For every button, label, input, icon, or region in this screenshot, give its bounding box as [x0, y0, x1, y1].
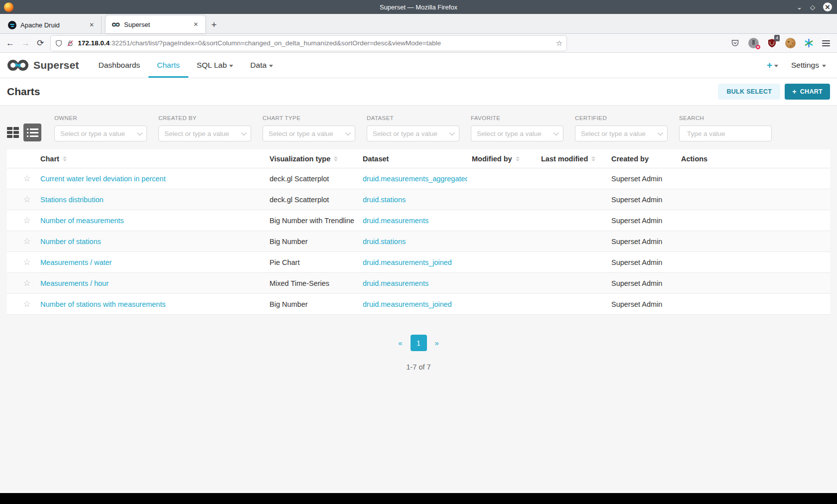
owner-select[interactable]: Select or type a value — [54, 126, 147, 141]
dataset-link[interactable]: druid.stations — [363, 196, 406, 204]
created-by-cell: Superset Admin — [607, 217, 677, 225]
url-text[interactable]: 172.18.0.4:32251/chart/list/?pageIndex=0… — [78, 39, 553, 47]
dataset-select[interactable]: Select or type a value — [367, 126, 459, 141]
chart-link[interactable]: Current water level deviation in percent — [40, 175, 165, 183]
ublock-icon[interactable]: 4 — [767, 38, 777, 48]
close-tab-icon[interactable]: ✕ — [191, 20, 200, 29]
chart-link[interactable]: Number of measurements — [40, 217, 124, 225]
created-by-cell: Superset Admin — [607, 258, 677, 266]
nav-item-charts[interactable]: Charts — [148, 53, 188, 78]
favorite-star-icon[interactable]: ☆ — [23, 195, 30, 204]
table-header-row: Chart Visualization type Dataset Modifie… — [7, 149, 830, 168]
add-chart-label: CHART — [800, 88, 823, 95]
close-window-icon[interactable]: ✕ — [823, 2, 832, 11]
favorite-star-icon[interactable]: ☆ — [23, 216, 30, 225]
column-header-visualization-type[interactable]: Visualization type — [265, 155, 358, 163]
column-header-chart[interactable]: Chart — [36, 155, 265, 163]
current-page-button[interactable]: 1 — [411, 335, 427, 351]
filter-favorite: FAVORITE Select or type a value — [471, 115, 563, 141]
favorite-star-icon[interactable]: ☆ — [23, 257, 30, 267]
bookmark-star-icon[interactable]: ☆ — [556, 39, 562, 48]
table-row: ☆ Number of stations Big Number druid.st… — [7, 231, 830, 252]
search-input[interactable] — [687, 130, 775, 137]
dataset-link[interactable]: druid.measurements_joined — [363, 258, 452, 266]
shield-icon[interactable] — [55, 39, 63, 47]
column-label: Created by — [611, 155, 649, 163]
chart-link[interactable]: Number of stations — [40, 238, 101, 246]
chart-type-select[interactable]: Select or type a value — [263, 126, 355, 141]
table-row: ☆ Stations distribution deck.gl Scatterp… — [7, 189, 830, 210]
chevron-down-icon — [241, 130, 247, 135]
dataset-link[interactable]: druid.measurements_aggregated — [363, 175, 467, 183]
nav-item-dashboards[interactable]: Dashboards — [90, 53, 148, 78]
tab-apache-druid[interactable]: Apache Druid ✕ — [2, 16, 102, 33]
tab-superset[interactable]: Superset ✕ — [106, 15, 205, 33]
chart-link[interactable]: Stations distribution — [40, 196, 104, 204]
dataset-link[interactable]: druid.stations — [363, 238, 406, 246]
created-by-select[interactable]: Select or type a value — [158, 126, 251, 141]
created-by-cell: Superset Admin — [607, 279, 677, 287]
certified-select[interactable]: Select or type a value — [575, 126, 668, 141]
next-page-button[interactable]: » — [431, 337, 443, 349]
pocket-icon[interactable] — [730, 38, 740, 48]
filter-owner: OWNER Select or type a value — [54, 115, 147, 141]
add-chart-button[interactable]: + CHART — [785, 84, 830, 100]
extension-asterisk-icon[interactable] — [804, 38, 814, 48]
column-label: Visualization type — [270, 155, 330, 163]
url-host: 172.18.0.4 — [78, 39, 110, 47]
chart-link[interactable]: Measurements / water — [40, 258, 112, 266]
filter-label: FAVORITE — [471, 115, 563, 121]
dataset-link[interactable]: druid.measurements — [363, 217, 428, 225]
close-tab-icon[interactable]: ✕ — [87, 20, 96, 29]
filter-label: CHART TYPE — [263, 115, 355, 121]
favorite-star-icon[interactable]: ☆ — [23, 278, 30, 288]
extension-account-icon[interactable]: ✕ — [748, 38, 759, 48]
nav-item-sql-lab[interactable]: SQL Lab — [188, 53, 242, 78]
table-row: ☆ Number of stations with measurements B… — [7, 294, 830, 315]
card-view-icon[interactable] — [7, 127, 19, 138]
minimize-icon[interactable]: ⌄ — [797, 4, 802, 10]
column-header-last-modified[interactable]: Last modified — [537, 155, 607, 163]
viz-type-cell: deck.gl Scatterplot — [265, 175, 358, 183]
viz-type-cell: Big Number — [265, 238, 358, 246]
insecure-lock-icon[interactable] — [66, 39, 74, 47]
filter-bar: OWNER Select or type a value CREATED BY … — [0, 106, 837, 149]
chart-link[interactable]: Number of stations with measurements — [40, 300, 165, 308]
back-icon[interactable]: ← — [6, 38, 14, 48]
chart-link[interactable]: Measurements / hour — [40, 279, 109, 287]
new-item-menu[interactable]: + — [767, 60, 778, 71]
maximize-icon[interactable]: ◇ — [810, 4, 815, 10]
sort-icon — [591, 156, 595, 161]
forward-icon: → — [21, 38, 30, 48]
favorite-star-icon[interactable]: ☆ — [23, 299, 30, 309]
settings-menu[interactable]: Settings — [791, 61, 826, 70]
cookie-icon[interactable] — [785, 38, 796, 48]
favorite-select[interactable]: Select or type a value — [471, 126, 563, 141]
table-row: ☆ Number of measurements Big Number with… — [7, 210, 830, 231]
url-bar[interactable]: 172.18.0.4:32251/chart/list/?pageIndex=0… — [51, 36, 566, 51]
select-placeholder: Select or type a value — [269, 130, 345, 137]
prev-page-button[interactable]: « — [394, 337, 406, 349]
sort-icon — [63, 156, 67, 161]
table-row: ☆ Measurements / hour Mixed Time-Series … — [7, 273, 830, 294]
dataset-link[interactable]: druid.measurements_joined — [363, 300, 452, 308]
created-by-cell: Superset Admin — [607, 300, 677, 308]
chevron-down-icon — [449, 130, 455, 135]
reload-icon[interactable]: ⟳ — [37, 38, 44, 48]
dataset-link[interactable]: druid.measurements — [363, 279, 428, 287]
new-tab-button[interactable]: + — [205, 19, 223, 30]
superset-navbar: Superset Dashboards Charts SQL Lab Data … — [0, 53, 837, 78]
column-header-modified-by[interactable]: Modified by — [467, 155, 537, 163]
nav-item-data[interactable]: Data — [242, 53, 281, 78]
superset-logo[interactable]: Superset — [6, 59, 79, 72]
superset-icon — [112, 22, 120, 27]
bulk-select-button[interactable]: BULK SELECT — [718, 84, 780, 100]
select-placeholder: Select or type a value — [164, 130, 241, 137]
column-label: Chart — [40, 155, 59, 163]
table-row: ☆ Measurements / water Pie Chart druid.m… — [7, 252, 830, 273]
caret-down-icon — [229, 65, 233, 67]
favorite-star-icon[interactable]: ☆ — [23, 174, 30, 183]
menu-icon[interactable] — [822, 40, 830, 46]
list-view-icon[interactable] — [23, 124, 41, 141]
favorite-star-icon[interactable]: ☆ — [23, 237, 30, 246]
